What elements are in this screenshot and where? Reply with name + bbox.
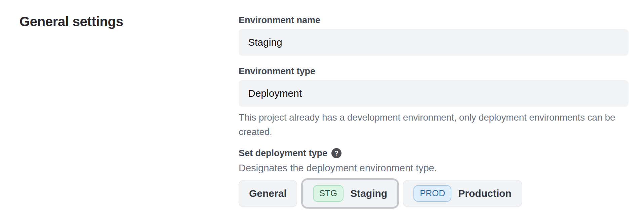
deployment-type-option-general[interactable]: General	[239, 180, 297, 207]
environment-name-input[interactable]	[239, 29, 629, 56]
settings-form: Environment name Environment type This p…	[239, 0, 629, 219]
set-deployment-type-label: Set deployment type	[239, 148, 327, 159]
general-settings-page: General settings Environment name Enviro…	[0, 0, 644, 219]
option-label: General	[249, 188, 287, 199]
deployment-type-option-staging[interactable]: STG Staging	[301, 178, 399, 209]
staging-badge: STG	[313, 185, 344, 202]
page-title: General settings	[19, 13, 239, 30]
settings-section-header: General settings	[0, 0, 239, 219]
environment-type-group: Environment type This project already ha…	[239, 66, 629, 139]
option-label: Production	[458, 188, 511, 199]
environment-name-label: Environment name	[239, 15, 629, 26]
environment-name-group: Environment name	[239, 15, 629, 56]
set-deployment-type-row: Set deployment type ?	[239, 148, 629, 159]
environment-type-label: Environment type	[239, 66, 629, 77]
deployment-type-options: General STG Staging PROD Production	[239, 178, 629, 209]
deployment-type-option-production[interactable]: PROD Production	[403, 180, 522, 207]
option-label: Staging	[350, 188, 387, 199]
environment-type-input[interactable]	[239, 80, 629, 107]
question-help-icon[interactable]: ?	[331, 148, 341, 158]
environment-type-help-text: This project already has a development e…	[239, 110, 629, 139]
production-badge: PROD	[413, 185, 451, 202]
deployment-type-description: Designates the deployment environment ty…	[239, 162, 629, 174]
